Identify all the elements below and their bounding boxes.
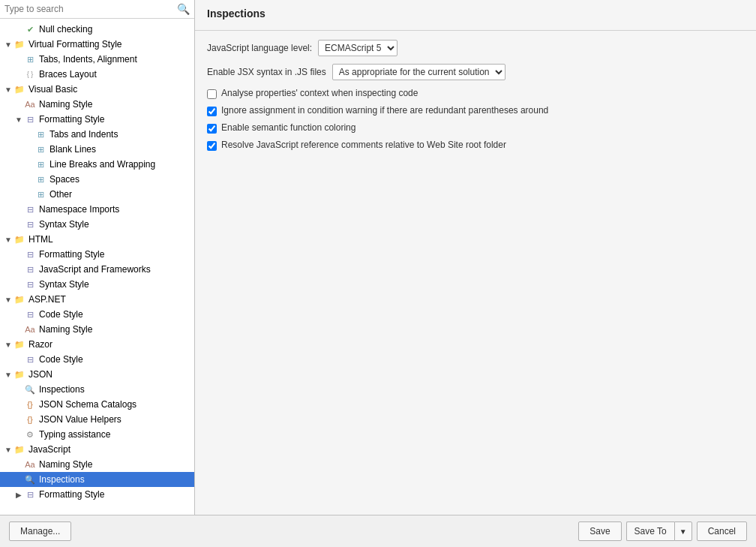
tree-item-tabs-indents-alignment[interactable]: ⊞Tabs, Indents, Alignment <box>0 52 194 67</box>
language-level-row: JavaScript language level: ECMAScript 5E… <box>207 40 744 56</box>
tree-label-javascript: JavaScript <box>28 444 70 455</box>
tree-item-formatting-style-html[interactable]: ⊟Formatting Style <box>0 247 194 262</box>
tree-item-html[interactable]: ▼📁HTML <box>0 232 194 247</box>
tree-item-visual-basic[interactable]: ▼📁Visual Basic <box>0 82 194 97</box>
tree-label-formatting-style-js: Formatting Style <box>39 489 104 500</box>
tree-item-razor[interactable]: ▼📁Razor <box>0 337 194 352</box>
right-header: Inspections <box>195 0 756 31</box>
tree-toggle-formatting-style-js[interactable]: ▶ <box>14 491 24 499</box>
tree-label-tabs-indents-alignment: Tabs, Indents, Alignment <box>39 54 137 65</box>
tree-item-json-value-helpers[interactable]: {}JSON Value Helpers <box>0 412 194 427</box>
tree-label-formatting-style-html: Formatting Style <box>39 249 104 260</box>
tree-item-syntax-style-html[interactable]: ⊟Syntax Style <box>0 277 194 292</box>
style-icon: ⊟ <box>24 263 36 275</box>
json-icon: {} <box>24 398 36 410</box>
save-to-dropdown-arrow[interactable]: ▼ <box>674 521 692 541</box>
checkbox-row-resolve-js-ref: Resolve JavaScript reference comments re… <box>207 140 744 151</box>
checkbox-semantic-coloring[interactable] <box>207 124 217 134</box>
tree-label-blank-lines-vb: Blank Lines <box>50 144 96 155</box>
tree-label-syntax-style-vb: Syntax Style <box>39 219 89 230</box>
save-button[interactable]: Save <box>578 521 621 541</box>
tree-item-inspections-js[interactable]: 🔍Inspections <box>0 472 194 487</box>
tree-item-namespace-imports[interactable]: ⊟Namespace Imports <box>0 202 194 217</box>
tree-label-razor: Razor <box>28 339 52 350</box>
bottom-bar: Manage... Save Save To ▼ Cancel <box>0 515 756 547</box>
tree-label-aspnet: ASP.NET <box>28 294 66 305</box>
tree-item-formatting-style-vb[interactable]: ▼⊟Formatting Style <box>0 112 194 127</box>
tree-item-formatting-style-js[interactable]: ▶⊟Formatting Style <box>0 487 194 502</box>
right-content: JavaScript language level: ECMAScript 5E… <box>195 31 756 515</box>
tree-item-tabs-indents-vb[interactable]: ⊞Tabs and Indents <box>0 127 194 142</box>
checkbox-label-analyse-props[interactable]: Analyse properties' context when inspect… <box>221 88 418 98</box>
checkbox-label-resolve-js-ref[interactable]: Resolve JavaScript reference comments re… <box>221 140 506 150</box>
search-input[interactable] <box>4 4 177 14</box>
tree-label-inspections-js: Inspections <box>39 474 85 485</box>
tree-item-line-breaks-vb[interactable]: ⊞Line Breaks and Wrapping <box>0 157 194 172</box>
tree-item-naming-style-js[interactable]: AaNaming Style <box>0 457 194 472</box>
tree-item-aspnet[interactable]: ▼📁ASP.NET <box>0 292 194 307</box>
tree-label-naming-style-js: Naming Style <box>39 459 92 470</box>
checkbox-ignore-assignment[interactable] <box>207 107 217 116</box>
tree-item-json[interactable]: ▼📁JSON <box>0 367 194 382</box>
tree-item-json-schema-catalogs[interactable]: {}JSON Schema Catalogs <box>0 397 194 412</box>
tree-toggle-json[interactable]: ▼ <box>3 371 14 379</box>
checkbox-label-semantic-coloring[interactable]: Enable semantic function coloring <box>221 122 356 133</box>
tree-label-code-style-aspnet: Code Style <box>39 309 83 320</box>
tree-toggle-formatting-style-vb[interactable]: ▼ <box>14 116 24 124</box>
tree-label-virtual-formatting: Virtual Formatting Style <box>28 39 122 50</box>
tree-item-javascript[interactable]: ▼📁JavaScript <box>0 442 194 457</box>
tree-item-blank-lines-vb[interactable]: ⊞Blank Lines <box>0 142 194 157</box>
tree-item-braces-layout[interactable]: { }Braces Layout <box>0 67 194 82</box>
left-panel: 🔍 ✔Null checking▼📁Virtual Formatting Sty… <box>0 0 195 515</box>
tree-item-null-checking[interactable]: ✔Null checking <box>0 22 194 37</box>
panel-title: Inspections <box>207 8 744 20</box>
main-container: 🔍 ✔Null checking▼📁Virtual Formatting Sty… <box>0 0 756 515</box>
tree-item-code-style-aspnet[interactable]: ⊟Code Style <box>0 307 194 322</box>
tree-item-spaces-vb[interactable]: ⊞Spaces <box>0 172 194 187</box>
search-icon: 🔍 <box>177 3 190 15</box>
checkbox-label-ignore-assignment[interactable]: Ignore assignment in condition warning i… <box>221 105 548 116</box>
jsx-select[interactable]: As appropriate for the current solutionA… <box>332 64 506 80</box>
tree-item-javascript-frameworks[interactable]: ⊟JavaScript and Frameworks <box>0 262 194 277</box>
style-icon: ⊟ <box>24 203 36 215</box>
jsx-row: Enable JSX syntax in .JS files As approp… <box>207 64 744 80</box>
tree-toggle-javascript[interactable]: ▼ <box>3 446 14 454</box>
search-bar[interactable]: 🔍 <box>0 0 194 19</box>
tree-item-inspections-json[interactable]: 🔍Inspections <box>0 382 194 397</box>
tabs-icon: ⊞ <box>34 143 46 155</box>
jsx-label: Enable JSX syntax in .JS files <box>207 67 326 77</box>
tree-toggle-aspnet[interactable]: ▼ <box>3 296 14 304</box>
tree-item-naming-style-aspnet[interactable]: AaNaming Style <box>0 322 194 337</box>
style-icon: ⊟ <box>24 353 36 365</box>
tabs-icon: ⊞ <box>24 53 36 65</box>
inspect-icon: 🔍 <box>24 473 36 485</box>
tree-label-json-schema-catalogs: JSON Schema Catalogs <box>39 399 136 410</box>
manage-button[interactable]: Manage... <box>9 521 71 541</box>
language-level-label: JavaScript language level: <box>207 43 312 53</box>
checkbox-resolve-js-ref[interactable] <box>207 141 217 151</box>
tree-toggle-html[interactable]: ▼ <box>3 236 14 244</box>
tree-toggle-razor[interactable]: ▼ <box>3 341 14 349</box>
save-to-button[interactable]: Save To <box>626 521 674 541</box>
braces-icon: { } <box>24 68 36 80</box>
tree-item-code-style-razor[interactable]: ⊟Code Style <box>0 352 194 367</box>
tree-item-typing-assistance[interactable]: ⚙Typing assistance <box>0 427 194 442</box>
tree-label-typing-assistance: Typing assistance <box>39 429 110 440</box>
bottom-left-actions: Manage... <box>9 521 71 541</box>
tree-toggle-visual-basic[interactable]: ▼ <box>3 86 14 94</box>
tree-item-syntax-style-vb[interactable]: ⊟Syntax Style <box>0 217 194 232</box>
tree-label-visual-basic: Visual Basic <box>28 84 77 95</box>
tree-label-code-style-razor: Code Style <box>39 354 83 365</box>
tree-item-naming-style-vb[interactable]: AaNaming Style <box>0 97 194 112</box>
bottom-right-actions: Save Save To ▼ Cancel <box>578 521 747 541</box>
right-panel: Inspections JavaScript language level: E… <box>195 0 756 515</box>
tree-item-other-vb[interactable]: ⊞Other <box>0 187 194 202</box>
language-level-select[interactable]: ECMAScript 5ECMAScript 6ECMAScript 7 <box>318 40 398 56</box>
tree-label-json: JSON <box>28 369 52 380</box>
cancel-button[interactable]: Cancel <box>697 521 747 541</box>
tree-toggle-virtual-formatting[interactable]: ▼ <box>3 41 14 49</box>
tree-label-spaces-vb: Spaces <box>50 174 80 185</box>
tabs-icon: ⊞ <box>34 173 46 185</box>
tree-item-virtual-formatting[interactable]: ▼📁Virtual Formatting Style <box>0 37 194 52</box>
checkbox-analyse-props[interactable] <box>207 89 217 99</box>
